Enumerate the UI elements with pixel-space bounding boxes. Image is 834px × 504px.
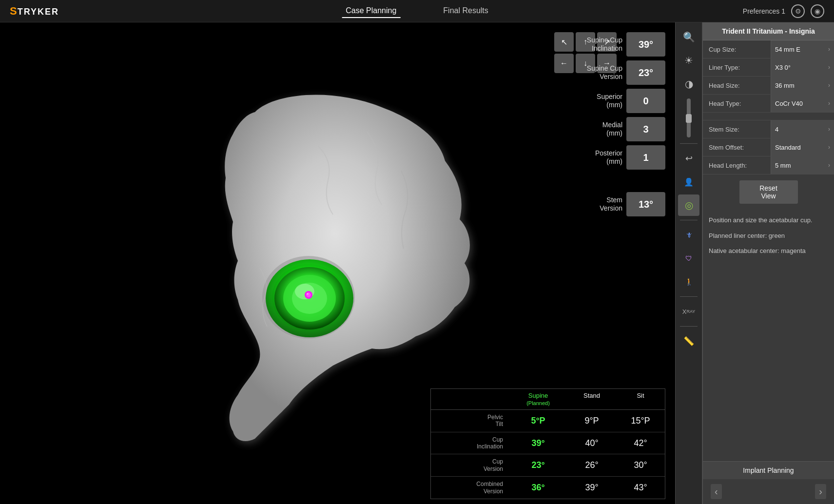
nav-final-results[interactable]: Final Results [439,4,492,18]
next-arrow[interactable]: › [815,484,826,499]
stem-size-arrow: › [828,126,830,133]
head-size-row: Head Size: 36 mm › [703,77,834,95]
3d-viewport[interactable]: ↖ ↑ ↗ ← ↓ → Supine CupInclination 39° Su… [0,22,675,504]
supine-cup-version-row: Supine CupVersion 23° [587,60,665,85]
prev-arrow[interactable]: ‹ [711,484,722,499]
slider-thumb [686,114,692,123]
col-header-empty [431,389,509,410]
col-header-supine: Supine(Planned) [509,389,567,410]
cup-inclination-sit: 42° [616,432,665,454]
head-type-label: Head Type: [703,97,771,110]
cup-version-supine: 23° [509,454,567,476]
stem-version-row: StemVersion 13° [600,192,665,216]
patient-tool[interactable]: 👤 [678,171,699,193]
top-navigation: STRYKER Case Planning Final Results Pref… [0,0,834,22]
stem-version-label: StemVersion [600,196,622,213]
table-row: CupVersion 23° 26° 30° [431,454,665,477]
combined-version-label: CombinedVersion [431,477,509,499]
panel-footer: Implant Planning ‹ › [703,461,834,504]
stem-size-value[interactable]: 4 › [771,120,834,138]
app-logo: STRYKER [10,5,59,18]
combined-version-supine: 36° [509,477,567,499]
head-type-row: Head Type: CoCr V40 › [703,95,834,113]
sub-instruction-line2: Native acetabular center: magenta [703,246,834,262]
target-tool[interactable]: ◎ [678,194,699,216]
gear-icon[interactable]: ⚙ [791,4,805,18]
liner-type-value[interactable]: X3 0° › [771,58,834,76]
pelvic-tilt-label: PelvicTilt [431,410,509,432]
contrast-tool[interactable]: ◑ [678,73,699,95]
stem-size-row: Stem Size: 4 › [703,120,834,138]
stem-offset-label: Stem Offset: [703,141,771,154]
superior-mm-label: Superior(mm) [597,93,622,109]
supine-cup-inclination-label: Supine CupInclination [587,36,622,53]
head-length-value[interactable]: 5 mm › [771,156,834,174]
posterior-mm-label: Posterior(mm) [595,149,622,166]
head-type-arrow: › [828,100,830,107]
col-header-sit: Sit [616,389,665,410]
col-header-stand: Stand [567,389,616,410]
preferences-label: Preferences 1 [743,7,785,15]
head-size-value[interactable]: 36 mm › [771,77,834,94]
medial-mm-label: Medial(mm) [602,121,622,137]
panel-spacer [703,113,834,120]
table-row: CombinedVersion 36° 39° 43° [431,477,665,499]
head-length-row: Head Length: 5 mm › [703,156,834,174]
cup-version-sit: 30° [616,454,665,476]
implant-title: Trident II Tritanium - Insignia [703,22,834,40]
supine-cup-version-value: 23° [626,60,665,85]
nav-center: Case Planning Final Results [342,4,492,18]
stem-version-value: 13° [626,192,665,216]
nav-case-planning[interactable]: Case Planning [342,4,400,18]
undo-tool[interactable]: ↩ [678,148,699,169]
cup-inclination-supine: 39° [509,432,567,454]
side-toolbar: 🔍 ☀ ◑ ↩ 👤 ◎ 🗡 🛡 🚶 XRAY 📏 [675,22,702,504]
superior-mm-row: Superior(mm) 0 [597,89,665,113]
toolbar-separator-3 [680,296,698,297]
table-row: CupInclination 39° 40° 42° [431,432,665,455]
liner-type-label: Liner Type: [703,61,771,74]
combined-version-stand: 39° [567,477,616,499]
head-type-value[interactable]: CoCr V40 › [771,95,834,112]
head-size-arrow: › [828,82,830,89]
cup-size-value[interactable]: 54 mm E › [771,40,834,58]
instrument-tool[interactable]: 🗡 [678,224,699,246]
pelvic-tilt-sit: 15°P [616,410,665,432]
medial-mm-value: 3 [626,117,665,141]
superior-mm-value: 0 [626,89,665,113]
eye-icon[interactable]: ◉ [811,4,824,18]
cup-size-arrow: › [828,46,830,53]
toolbar-separator [680,143,698,144]
arrow-up-left[interactable]: ↖ [554,32,574,52]
arrow-left[interactable]: ← [554,54,574,73]
shield-tool[interactable]: 🛡 [678,248,699,269]
right-panel: Trident II Tritanium - Insignia Cup Size… [702,22,834,504]
reset-view-button[interactable]: ResetView [739,180,798,204]
pelvic-tilt-supine: 5°P [509,410,567,432]
main-area: ↖ ↑ ↗ ← ↓ → Supine CupInclination 39° Su… [0,22,834,504]
cup-inclination-label: CupInclination [431,432,509,454]
toolbar-separator-4 [680,326,698,327]
stem-offset-value[interactable]: Standard › [771,138,834,156]
ruler-tool[interactable]: 📏 [678,330,699,352]
figure-tool[interactable]: 🚶 [678,271,699,292]
posterior-mm-row: Posterior(mm) 1 [595,145,665,170]
svg-point-9 [307,293,309,295]
stem-offset-row: Stem Offset: Standard › [703,138,834,156]
brightness-tool[interactable]: ☀ [678,50,699,71]
brightness-slider[interactable] [687,98,691,137]
measurement-panel: Supine CupInclination 39° Supine CupVers… [587,32,665,216]
search-tool[interactable]: 🔍 [678,26,699,48]
svg-point-8 [306,292,311,297]
stem-offset-arrow: › [828,144,830,151]
cup-inclination-stand: 40° [567,432,616,454]
table-header: Supine(Planned) Stand Sit [431,389,665,410]
sub-instruction-line1: Planned liner center: green [703,231,834,247]
supine-cup-inclination-value: 39° [626,32,665,57]
liner-type-row: Liner Type: X3 0° › [703,58,834,77]
xray-tool[interactable]: XRAY [678,301,699,322]
medial-mm-row: Medial(mm) 3 [602,117,665,141]
cup-version-stand: 26° [567,454,616,476]
toolbar-separator-2 [680,220,698,220]
head-length-label: Head Length: [703,159,771,172]
